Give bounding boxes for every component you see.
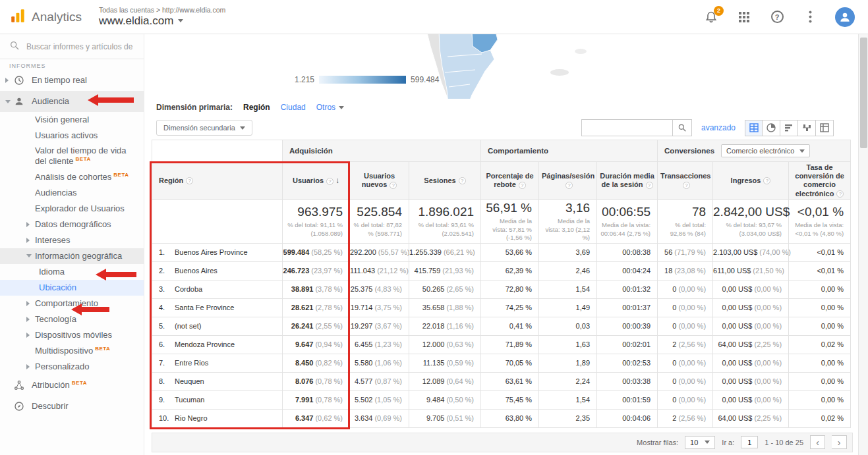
cell-trans: 0(0,00 %) xyxy=(658,280,713,298)
user-avatar[interactable] xyxy=(835,7,855,27)
cell-nuevos: 25.375(4,83 %) xyxy=(350,280,409,298)
region-link[interactable]: Cordoba xyxy=(175,285,202,293)
apps-grid-icon[interactable] xyxy=(736,9,752,25)
region-link[interactable]: (not set) xyxy=(175,322,201,330)
sidebar-item-valor-del-tiempo-de-vida-del-cliente[interactable]: Valor del tiempo de vida del clienteBETA xyxy=(0,144,144,169)
pivot-view-icon[interactable] xyxy=(816,120,834,136)
prev-page-button[interactable]: ‹ xyxy=(810,435,825,449)
row-rank: 2. xyxy=(159,267,175,275)
column-header-usuarios-nuevos[interactable]: Usuarios nuevos? xyxy=(350,162,409,200)
region-link[interactable]: Neuquen xyxy=(175,377,204,385)
chevron-right-icon[interactable] xyxy=(26,238,35,243)
column-header-tasa[interactable]: Tasa de conversión de comercio electróni… xyxy=(789,162,851,200)
sidebar-item-audiencias[interactable]: Audiencias xyxy=(0,185,144,201)
sidebar-item-personalizado[interactable]: Personalizado xyxy=(0,359,144,375)
region-link[interactable]: Buenos Aires Province xyxy=(175,248,248,256)
data-table-view-icon[interactable] xyxy=(745,120,763,136)
region-link[interactable]: Rio Negro xyxy=(175,414,208,422)
cell-sesiones: 50.265(2,65 %) xyxy=(409,280,481,298)
sidebar-item-audiencia[interactable]: Audiencia xyxy=(0,91,144,112)
cell-tasa: 0,02 % xyxy=(789,335,851,354)
vertical-scrollbar[interactable] xyxy=(858,34,868,455)
sidebar-item-datos-demograficos[interactable]: Datos demográficos xyxy=(0,217,144,232)
sidebar-item-analisis-de-cohortes[interactable]: Análisis de cohortesBETA xyxy=(0,169,144,185)
breadcrumb[interactable]: Todas las cuentas > http://www.eldia.com xyxy=(99,6,225,14)
dimension-ciudad[interactable]: Ciudad xyxy=(281,103,306,112)
notifications-bell-icon[interactable]: 2 xyxy=(703,9,719,25)
region-link[interactable]: Buenos Aires xyxy=(175,267,217,275)
conversion-type-select[interactable]: Comercio electrónico xyxy=(721,144,810,157)
sidebar-item-idioma[interactable]: Idioma xyxy=(0,264,144,280)
table-search-button[interactable] xyxy=(672,119,692,136)
sidebar-item-intereses[interactable]: Intereses xyxy=(0,232,144,248)
region-link[interactable]: Santa Fe Province xyxy=(175,304,235,311)
sidebar-item-comportamiento[interactable]: Comportamiento xyxy=(0,296,144,311)
secondary-dimension-button[interactable]: Dimensión secundaria xyxy=(156,120,252,136)
column-header-ingresos[interactable]: Ingresos? xyxy=(713,162,789,200)
column-header-rebote[interactable]: Porcentaje de rebote? xyxy=(481,162,539,200)
sidebar-item-descubrir[interactable]: Descubrir xyxy=(0,396,144,417)
chevron-right-icon[interactable] xyxy=(5,78,14,83)
table-search-input[interactable] xyxy=(581,119,672,136)
region-link[interactable]: Entre Rios xyxy=(175,359,208,367)
help-icon[interactable]: ? xyxy=(769,9,785,25)
column-header-region[interactable]: Región? xyxy=(152,162,283,200)
cell-paginas: 1,63 xyxy=(539,335,597,354)
sidebar-item-en-tiempo-real[interactable]: En tiempo real xyxy=(0,70,144,91)
sidebar-item-tecnologia[interactable]: Tecnología xyxy=(0,311,144,327)
sidebar-item-usuarios-activos[interactable]: Usuarios activos xyxy=(0,128,144,144)
sidebar-item-dispositivos-moviles[interactable]: Dispositivos móviles xyxy=(0,327,144,343)
chevron-right-icon[interactable] xyxy=(26,317,35,322)
region-link[interactable]: Tucuman xyxy=(175,396,204,404)
comparison-view-icon[interactable] xyxy=(798,120,816,136)
scrollbar-thumb[interactable] xyxy=(860,38,867,148)
dimension-otros[interactable]: Otros xyxy=(316,103,344,112)
sort-desc-icon: ↓ xyxy=(335,176,339,185)
sidebar-item-informacion-geografica[interactable]: Información geográfica xyxy=(0,248,144,264)
percentage-pie-view-icon[interactable] xyxy=(763,120,780,136)
analytics-logo[interactable]: Analytics xyxy=(9,7,94,27)
account-picker[interactable]: www.eldia.com xyxy=(99,14,225,28)
chevron-right-icon[interactable] xyxy=(26,301,35,306)
cell-sesiones: 9.705(0,51 %) xyxy=(409,409,481,427)
sidebar-item-ubicacion[interactable]: Ubicación xyxy=(0,280,144,296)
more-options-icon[interactable] xyxy=(802,9,818,25)
chevron-right-icon[interactable] xyxy=(26,222,35,227)
chevron-right-icon[interactable] xyxy=(26,364,35,369)
sidebar-search[interactable] xyxy=(0,34,144,59)
next-page-button[interactable]: › xyxy=(832,435,847,449)
sidebar-item-vision-general[interactable]: Visión general xyxy=(0,112,144,128)
performance-bars-view-icon[interactable] xyxy=(780,120,798,136)
sidebar-item-explorador-de-usuarios[interactable]: Explorador de Usuarios xyxy=(0,201,144,217)
chevron-right-icon[interactable] xyxy=(26,333,35,338)
cell-sesiones: 12.000(0,63 %) xyxy=(409,335,481,354)
goto-page-input[interactable] xyxy=(741,436,758,448)
chevron-down-icon[interactable] xyxy=(26,254,35,257)
cell-paginas: 1,54 xyxy=(539,390,597,409)
chevron-down-icon[interactable] xyxy=(5,100,14,103)
column-header-transacciones[interactable]: Transacciones? xyxy=(658,162,713,200)
cell-rebote: 0,41 % xyxy=(481,317,539,335)
sidebar-search-input[interactable] xyxy=(26,42,134,51)
advanced-filter-link[interactable]: avanzado xyxy=(701,123,736,132)
region-cell: 7.Entre Rios xyxy=(152,354,283,372)
geo-map[interactable] xyxy=(342,34,619,99)
table-row: 10.Rio Negro6.347(0,62 %)3.634(0,69 %)9.… xyxy=(152,409,851,427)
cell-nuevos: 4.577(0,87 %) xyxy=(350,372,409,390)
dimension-region[interactable]: Región xyxy=(243,103,270,112)
cell-duracion: 00:01:37 xyxy=(597,298,658,317)
rows-per-page-select[interactable]: 10 xyxy=(685,436,715,449)
cell-ingresos: 0,00 US$(0,00 %) xyxy=(713,280,789,298)
cell-tasa: 0,00 % xyxy=(789,354,851,372)
help-icon: ? xyxy=(186,177,193,184)
column-header-sesiones[interactable]: Sesiones? xyxy=(409,162,481,200)
geo-map-area: 1.215 599.484 xyxy=(144,34,868,99)
region-link[interactable]: Mendoza Province xyxy=(175,340,235,348)
column-header-paginas[interactable]: Páginas/sesión? xyxy=(539,162,597,200)
column-header-duracion[interactable]: Duración media de la sesión? xyxy=(597,162,658,200)
table-row: 2.Buenos Aires246.723(23,97 %)111.043(21… xyxy=(152,261,851,280)
sidebar-item-multidispositivo[interactable]: MultidispositivoBETA xyxy=(0,343,144,359)
column-header-usuarios[interactable]: Usuarios?↓ xyxy=(283,162,350,200)
sidebar-item-atribucion[interactable]: AtribuciónBETA xyxy=(0,375,144,396)
cell-trans: 56(71,79 %) xyxy=(658,243,713,261)
